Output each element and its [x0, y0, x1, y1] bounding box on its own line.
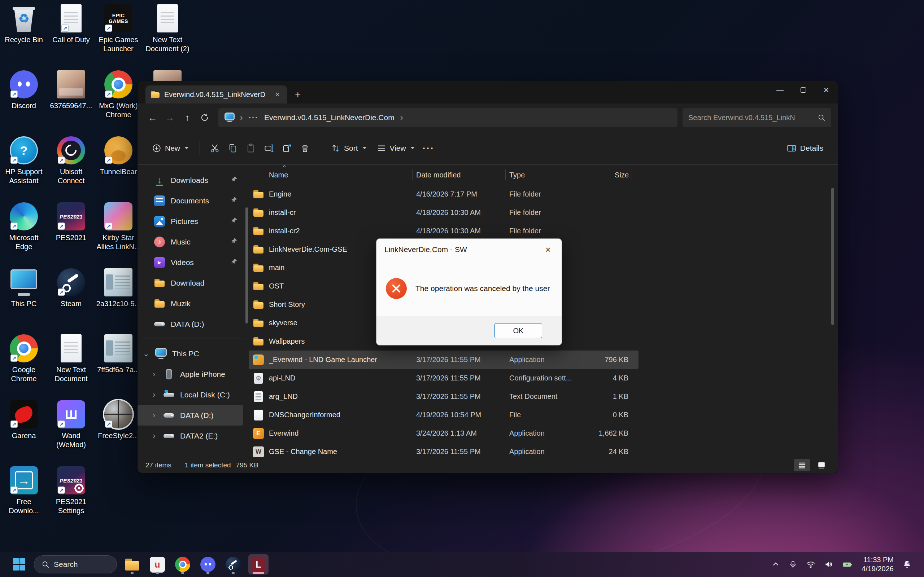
desktop-icon[interactable]: TunnelBear [95, 135, 142, 201]
desktop-icon[interactable]: New Text Document (2) [144, 3, 191, 69]
desktop-icon[interactable]: Kirby Star Allies LinkN... [95, 201, 142, 267]
search-box[interactable] [683, 108, 831, 127]
sidebar-item-drive[interactable]: › Local Disk (C:) [137, 384, 243, 405]
breadcrumb[interactable]: › ··· Everwind.v0.4.515_LinkNeverDie.Com… [218, 108, 677, 127]
breadcrumb-overflow-icon[interactable]: ··· [249, 113, 258, 122]
copy-button[interactable] [224, 139, 242, 157]
taskbar-app-button[interactable] [198, 554, 218, 574]
view-button[interactable]: View [372, 140, 420, 156]
desktop-icon[interactable]: 7ff5df6a-7a... [95, 333, 142, 399]
desktop-icon[interactable]: EPIC GAMES Epic Games Launcher [95, 3, 142, 69]
sidebar-item-drive[interactable]: › DATA (D:) [137, 405, 243, 425]
file-row[interactable]: api-LND 3/17/2026 11:55 PM Configuration… [249, 369, 638, 387]
desktop-icon[interactable]: Garena [0, 399, 48, 465]
chevron-collapsed-icon[interactable]: › [150, 431, 158, 441]
sidebar-item[interactable]: DATA (D:) [137, 314, 243, 334]
details-view-button[interactable] [794, 459, 810, 471]
desktop-icon[interactable]: PES2021 PES2021 [47, 201, 95, 267]
dialog-close-button[interactable]: × [543, 244, 554, 255]
desktop-icon[interactable]: Ш Wand (WeMod) [47, 399, 95, 465]
desktop-icon[interactable]: Steam [47, 267, 95, 333]
sidebar-scrollbar[interactable] [246, 207, 248, 324]
chevron-collapsed-icon[interactable]: › [150, 411, 158, 420]
start-button[interactable] [10, 554, 29, 574]
notification-bell-icon[interactable]: z [902, 560, 912, 569]
desktop-icon[interactable]: This PC [0, 267, 48, 333]
new-button[interactable]: New [147, 140, 194, 156]
explorer-tab[interactable]: Everwind.v0.4.515_LinkNeverD × [145, 85, 287, 103]
file-row[interactable]: arg_LND 3/17/2026 11:55 PM Text Document… [249, 387, 638, 406]
rename-button[interactable] [260, 139, 278, 157]
ok-button[interactable]: OK [494, 323, 542, 338]
desktop-icon[interactable]: Discord [0, 69, 48, 135]
desktop-icon[interactable]: New Text Document [47, 333, 95, 399]
clock[interactable]: 11:33 PM 4/19/2026 [861, 555, 894, 574]
desktop-icon[interactable]: → Free Downlo... [0, 465, 48, 531]
desktop-icon[interactable]: 2a312c10-5... [95, 267, 142, 333]
column-header-name[interactable]: Name [253, 169, 412, 180]
volume-tray-icon[interactable] [824, 560, 834, 569]
battery-tray-icon[interactable] [842, 560, 853, 569]
minimize-button[interactable]: — [769, 81, 792, 98]
up-button[interactable]: ↑ [179, 109, 196, 126]
file-list-scrollbar[interactable] [831, 188, 834, 325]
desktop-icon[interactable]: 637659647... [47, 69, 95, 135]
refresh-button[interactable] [196, 109, 213, 126]
taskbar-app-button[interactable] [223, 554, 243, 574]
share-button[interactable] [278, 139, 296, 157]
sidebar-item[interactable]: Videos [137, 252, 243, 272]
sidebar-item[interactable]: Downloads [137, 170, 243, 190]
sidebar-item[interactable]: Documents [137, 190, 243, 211]
file-row[interactable]: install-cr2 4/18/2026 10:30 AM File fold… [249, 222, 638, 240]
hidden-icons-chevron[interactable] [771, 560, 780, 569]
new-tab-button[interactable]: + [295, 90, 300, 100]
sidebar-item-drive[interactable]: › DATA2 (E:) [137, 425, 243, 446]
column-header-date-modified[interactable]: Date modified [412, 169, 506, 180]
desktop-icon[interactable]: Call of Duty [47, 3, 95, 69]
sidebar-item-this-pc[interactable]: ⌄ This PC [137, 343, 243, 364]
sidebar-item-drive[interactable]: › Apple iPhone [137, 364, 243, 384]
sidebar-item[interactable]: Music [137, 232, 243, 252]
column-header-type[interactable]: Type [506, 169, 585, 180]
wifi-tray-icon[interactable] [806, 560, 815, 569]
file-row[interactable]: W GSE - Change Name 3/17/2026 11:55 PM A… [249, 443, 638, 457]
paste-button[interactable] [242, 139, 260, 157]
taskbar-search[interactable]: Search [34, 555, 117, 574]
back-button[interactable]: ← [144, 109, 162, 126]
desktop-icon[interactable]: Ubisoft Connect [47, 135, 95, 201]
sidebar-item[interactable]: Download [137, 272, 243, 293]
desktop-icon[interactable]: ? HP Support Assistant [0, 135, 48, 201]
column-header-size[interactable]: Size [585, 169, 632, 180]
file-row[interactable]: install-cr 4/18/2026 10:30 AM File folde… [249, 203, 638, 222]
chevron-collapsed-icon[interactable]: › [150, 370, 158, 379]
taskbar-app-button[interactable] [122, 554, 142, 574]
desktop-icon[interactable]: Microsoft Edge [0, 201, 48, 267]
desktop-icon[interactable]: MxG (Work) Chrome [95, 69, 142, 135]
desktop-icon[interactable]: FreeStyle2... [95, 399, 142, 465]
dialog-title-bar[interactable]: LinkNeverDie.Com - SW × [376, 239, 562, 260]
desktop-icon[interactable]: Google Chrome [0, 333, 48, 399]
sidebar-item[interactable]: Pictures [137, 211, 243, 232]
file-row[interactable]: Engine 4/16/2026 7:17 PM File folder [249, 185, 638, 203]
sidebar-item[interactable]: Muzik [137, 293, 243, 314]
details-pane-button[interactable]: Details [782, 140, 828, 157]
search-input[interactable] [688, 114, 814, 122]
file-row[interactable]: DNSChangerInformed 4/19/2026 10:54 PM Fi… [249, 406, 638, 424]
breadcrumb-path[interactable]: Everwind.v0.4.515_LinkNeverDie.Com [264, 113, 394, 122]
delete-button[interactable] [296, 139, 314, 157]
chevron-collapsed-icon[interactable]: › [150, 390, 158, 400]
tab-close-icon[interactable]: × [273, 90, 282, 99]
large-icons-view-button[interactable] [813, 459, 830, 471]
desktop-icon[interactable]: PES2021 PES2021 Settings [47, 465, 95, 531]
cut-button[interactable] [206, 139, 224, 157]
taskbar-app-button[interactable] [173, 554, 193, 574]
sort-button[interactable]: Sort [326, 140, 372, 156]
file-row[interactable]: E Everwind 3/24/2026 1:13 AM Application… [249, 424, 638, 443]
maximize-button[interactable] [792, 81, 815, 98]
close-button[interactable]: × [815, 81, 838, 98]
chevron-expanded-icon[interactable]: ⌄ [142, 349, 150, 358]
desktop-icon[interactable]: ♻ Recycle Bin [0, 3, 48, 69]
taskbar-app-button[interactable]: L [248, 554, 268, 574]
see-more-button[interactable]: ··· [420, 139, 438, 157]
taskbar-app-button[interactable]: u [147, 554, 168, 574]
